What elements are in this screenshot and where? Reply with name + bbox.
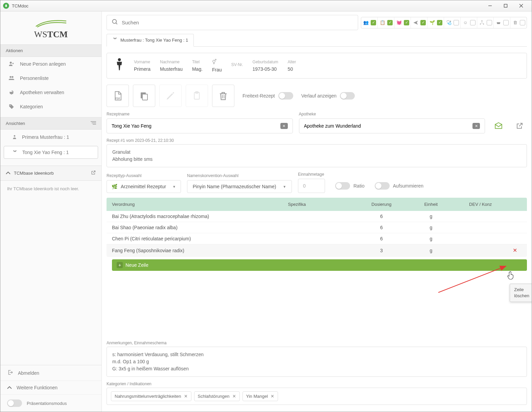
open-external-button[interactable] [512,118,527,133]
recipe-info-textarea[interactable]: Granulat Abholung bitte sms [107,144,527,167]
nav-person-list[interactable]: Personenliste [0,71,101,85]
notes-label: Anmerkungen, Einnahmeschema [107,341,527,345]
table-row[interactable]: Bai Shao (Paeoniae radix alba) 6 g [107,222,527,233]
svg-point-4 [10,62,12,64]
external-link-icon[interactable] [91,170,96,176]
th-dosierung: Dosierung [354,202,409,207]
search-input[interactable] [122,20,353,25]
more-functions-button[interactable]: Weitere Funktionen [0,381,101,394]
th-verordnung: Verordnung [112,202,288,207]
field-age: Alter50 [288,60,296,72]
categories-container[interactable]: Nahrungsmittelunverträglichkeiten✕ Schla… [107,388,527,405]
maximize-button[interactable] [498,1,513,11]
filter-stethoscope[interactable]: 🩺 [444,17,461,28]
view-item-person[interactable]: Primera Musterfrau : 1 [4,131,98,143]
people-icon [8,75,15,81]
remove-tag-icon[interactable]: ✕ [232,394,236,399]
naming-dropdown[interactable]: Pinyin Name (Pharmazeutischer Name) ▼ [187,180,292,193]
days-input[interactable] [298,179,325,193]
nav-label: Personenliste [20,75,49,81]
logout-button[interactable]: Abmelden [0,365,101,381]
category-tag[interactable]: Nahrungsmittelunverträglichkeiten✕ [111,391,191,401]
category-tag[interactable]: Schlafstörungen✕ [194,391,240,401]
nav-pharmacies[interactable]: Apotheken verwalten [0,85,101,100]
trash-icon: 🗑 [512,19,518,26]
filter-people[interactable]: 👥✓ [361,17,378,28]
apotheke-input[interactable]: ✕ [299,118,485,133]
prescription-table: Verordnung Spezifika Dosierung Einheit D… [107,198,527,257]
edit-button[interactable] [159,85,182,107]
clear-icon[interactable]: ✕ [472,123,480,129]
chevron-up-icon [6,171,10,176]
svg-point-13 [113,20,117,24]
days-field[interactable] [303,183,320,189]
delete-row-button[interactable]: ✕ [508,247,522,254]
clipboard-icon: 📋 [379,19,386,26]
filter-toolbar: 👥✓ 📋✓ 💓✓ ✓ 🌱✓ 🩺 ☺ 🗑 [361,17,527,28]
send-icon [412,19,419,26]
search-bar[interactable] [107,15,358,30]
cell-einheit: g [409,248,453,253]
rezeptname-input[interactable]: ✕ [107,118,293,133]
mail-button[interactable] [491,118,506,133]
filter-network[interactable] [477,17,494,28]
remove-tag-icon[interactable]: ✕ [271,394,274,399]
remove-tag-icon[interactable]: ✕ [184,394,188,399]
rezeptname-field[interactable] [112,123,280,129]
freitext-toggle[interactable] [278,92,293,100]
more-label: Weitere Funktionen [17,385,57,390]
cell-dosierung: 6 [354,214,409,219]
presentation-toggle[interactable] [7,399,22,407]
filter-mortar[interactable] [494,17,510,28]
delete-button[interactable] [212,85,234,107]
naming-label: Namenskonvention-Auswahl [187,173,292,178]
minimize-button[interactable] [482,1,498,11]
nav-new-person[interactable]: Neue Person anlegen [0,57,101,71]
categories-label: Kategorien / Indikationen [107,382,527,386]
main-content: 👥✓ 📋✓ 💓✓ ✓ 🌱✓ 🩺 ☺ 🗑 Musterfrau : To [102,12,532,412]
sum-toggle[interactable] [375,182,390,190]
filter-plant[interactable]: 🌱✓ [427,17,444,28]
paste-button[interactable] [186,85,208,107]
ideenkorb-header[interactable]: TCMbase Ideenkorb [0,166,101,181]
rezepttyp-dropdown[interactable]: 🌿Arzneimittel Rezeptur ▼ [107,180,181,193]
check-icon: ✓ [437,20,442,25]
table-row[interactable]: Fang Feng (Saposhnikoviae radix) 3 g ✕ [107,244,527,257]
app-logo: WSTCM [0,12,101,44]
filter-send[interactable]: ✓ [411,17,427,28]
svg-point-8 [10,105,10,106]
menu-lines-icon[interactable] [91,121,96,126]
freitext-label: Freitext-Rezept [242,93,275,99]
pdf-button[interactable]: PDF [107,85,129,107]
active-tab[interactable]: Musterfrau : Tong Xie Yao Feng : 1 [107,34,194,47]
plant-icon [112,37,118,43]
table-row[interactable]: Chen Pi (Citri reticulatae pericarpium) … [107,233,527,244]
notes-textarea[interactable]: s: harmonisiert Verdauung, stillt Schmer… [107,347,527,377]
copy-button[interactable] [133,85,155,107]
mortar-icon [495,19,502,26]
field-vorname: VornamePrimera [134,60,151,72]
clear-icon[interactable]: ✕ [280,123,288,129]
verlauf-toggle[interactable] [340,92,355,100]
caret-down-icon: ▼ [172,185,176,189]
th-spezifika: Spezifika [288,202,354,207]
ideenkorb-label: TCMbase Ideenkorb [14,171,87,176]
new-row-label: Neue Zeile [125,262,148,268]
new-row-button[interactable]: + Neue Zeile [112,259,527,271]
th-einheit: Einheit [409,202,453,207]
view-item-recipe[interactable]: Tong Xie Yao Feng : 1 [4,146,98,159]
apotheke-field[interactable] [304,123,473,129]
th-dev: DEV / Konz [453,202,508,207]
svg-line-14 [116,23,117,24]
filter-clipboard[interactable]: 📋✓ [378,17,394,28]
category-tag[interactable]: Yin Mangel✕ [242,391,278,401]
nav-categories[interactable]: Kategorien [0,100,101,114]
close-button[interactable] [513,1,529,11]
ratio-toggle[interactable] [335,182,350,190]
table-row[interactable]: Bai Zhu (Atractylodis macrocephalae rhiz… [107,211,527,222]
filter-trash[interactable]: 🗑 [510,17,527,28]
rezepttyp-value: Arzneimittel Rezeptur [121,184,166,189]
filter-heart[interactable]: 💓✓ [394,17,411,28]
filter-face[interactable]: ☺ [461,17,477,28]
cell-einheit: g [409,236,453,241]
